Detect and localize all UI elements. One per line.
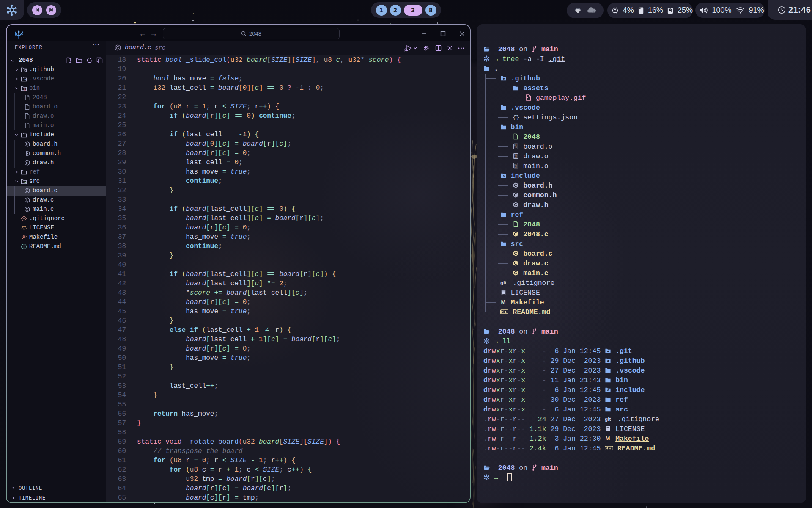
svg-text:git: git	[500, 280, 506, 285]
svg-text:M: M	[606, 435, 610, 442]
svg-text:10: 10	[514, 156, 517, 159]
svg-text:10: 10	[514, 146, 517, 149]
svg-text:{}: {}	[513, 114, 519, 120]
svg-text:M: M	[501, 299, 505, 305]
svg-text:10: 10	[514, 166, 517, 168]
svg-text:git: git	[605, 416, 611, 422]
